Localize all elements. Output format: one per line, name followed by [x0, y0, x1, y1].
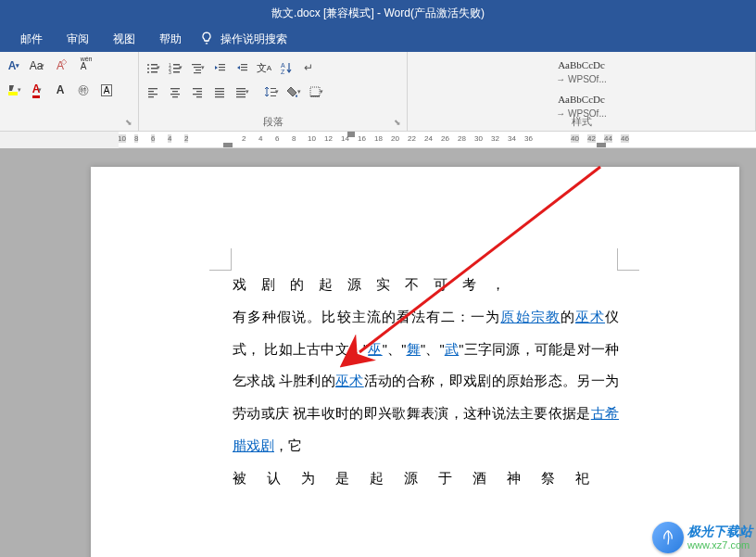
ruler-number: 26 — [441, 134, 449, 143]
hyperlink[interactable]: 舞 — [406, 342, 420, 357]
menu-tell-me[interactable]: 操作说明搜索 — [220, 28, 298, 51]
margin-corner-tr — [617, 248, 639, 271]
svg-rect-42 — [236, 91, 246, 92]
svg-rect-13 — [192, 64, 201, 65]
increase-indent-icon[interactable] — [232, 57, 252, 78]
clear-format-icon[interactable]: A◇ — [50, 56, 70, 76]
font-color-icon[interactable]: A▾ — [27, 80, 47, 100]
lightbulb-icon — [200, 32, 213, 47]
document-canvas[interactable]: 戏剧的起源实不可考， 有多种假说。比较主流的看法有二：一为原始宗教的巫术仪式， … — [0, 148, 756, 557]
text-run: 比如上古中文，" — [264, 342, 368, 357]
svg-rect-29 — [170, 88, 180, 89]
enclose-char-icon[interactable]: ㊕ — [73, 80, 94, 100]
character-border-icon[interactable]: A — [96, 80, 117, 100]
phonetic-guide-icon[interactable]: wénA — [73, 56, 94, 76]
text-run: 斗胜利的 — [279, 373, 335, 388]
shading-icon[interactable]: ▾ — [284, 82, 304, 102]
align-left-icon[interactable] — [143, 82, 163, 102]
menu-review[interactable]: 审阅 — [56, 28, 100, 51]
style-preview: AaBbCcDc — [558, 59, 605, 70]
hyperlink[interactable]: 巫术 — [335, 373, 364, 388]
title-bar: 散文.docx [兼容模式] - Word(产品激活失败) — [0, 0, 756, 26]
svg-rect-26 — [148, 91, 154, 92]
ruler-number: 6 — [275, 134, 279, 143]
page[interactable]: 戏剧的起源实不可考， 有多种假说。比较主流的看法有二：一为原始宗教的巫术仪式， … — [91, 167, 739, 557]
character-shading-icon[interactable]: A — [50, 80, 70, 100]
svg-rect-41 — [236, 88, 246, 89]
svg-rect-40 — [215, 96, 224, 97]
ruler-number: 12 — [324, 134, 333, 143]
text-run: 的 — [561, 310, 575, 324]
ruler-number: 22 — [408, 134, 416, 143]
sort-icon[interactable]: AZ — [276, 57, 296, 78]
borders-icon[interactable]: ▾ — [306, 82, 326, 102]
hyperlink[interactable]: 武 — [445, 342, 459, 357]
styles-group-label: 样式 — [408, 115, 755, 129]
text-line: 戏剧的起源实不可考， — [233, 269, 619, 301]
svg-rect-14 — [194, 67, 201, 68]
svg-rect-28 — [148, 96, 154, 97]
ruler-number: 8 — [134, 134, 138, 143]
text-run: 有多种假说。比较主流的看法有二：一为 — [233, 310, 500, 324]
svg-rect-31 — [170, 94, 180, 95]
line-spacing-icon[interactable]: ▾ — [261, 82, 282, 102]
svg-rect-36 — [196, 96, 202, 97]
window-title: 散文.docx [兼容模式] - Word(产品激活失败) — [271, 6, 485, 21]
watermark-title: 极光下载站 — [687, 525, 752, 538]
numbering-icon[interactable]: 123▾ — [165, 57, 185, 78]
ruler-number: 14 — [341, 134, 349, 143]
svg-rect-19 — [219, 70, 225, 70]
paragraph-group-launcher-icon[interactable]: ⬊ — [394, 118, 405, 129]
ruler-number: 4 — [258, 134, 262, 143]
svg-rect-30 — [172, 91, 178, 92]
ruler-number: 30 — [474, 134, 483, 143]
ruler-number: 32 — [491, 134, 499, 143]
svg-rect-44 — [236, 96, 246, 97]
ribbon-group-paragraph: ▾ 123▾ ▾ 文A AZ ↵ ▾ ▾ ▾ ▾ 段落 ⬊ — [139, 52, 408, 131]
distribute-icon[interactable]: ▾ — [232, 82, 252, 102]
ribbon-group-styles: AaBbCcDc→ WPSOf...AaBbCcDc→ WPSOf...AaBb… — [408, 52, 756, 131]
svg-rect-37 — [215, 88, 224, 89]
text-line: 被认为是起源于酒神祭祀 — [233, 462, 619, 495]
svg-rect-6 — [151, 71, 158, 73]
svg-rect-27 — [148, 94, 158, 95]
show-marks-icon[interactable]: ↵ — [298, 57, 319, 78]
style-gallery-item[interactable]: AaBbCcDc→ WPSOf... — [408, 55, 755, 89]
svg-point-3 — [147, 68, 149, 70]
align-center-icon[interactable] — [165, 82, 185, 102]
svg-rect-17 — [219, 64, 225, 65]
hyperlink[interactable]: 原始宗教 — [500, 310, 560, 324]
margin-corner-tl — [209, 248, 232, 271]
ruler-number: 36 — [524, 134, 533, 143]
ruler-number: 2 — [184, 134, 188, 143]
menu-view[interactable]: 视图 — [102, 28, 146, 51]
menu-help[interactable]: 帮助 — [148, 28, 193, 51]
font-group-launcher-icon[interactable]: ⬊ — [125, 118, 136, 129]
document-body[interactable]: 戏剧的起源实不可考， 有多种假说。比较主流的看法有二：一为原始宗教的巫术仪式， … — [233, 269, 619, 495]
bullets-icon[interactable]: ▾ — [143, 57, 163, 78]
svg-rect-16 — [194, 72, 201, 73]
change-case-icon[interactable]: Aa▾ — [27, 56, 47, 76]
hyperlink[interactable]: 巫 — [368, 342, 382, 357]
watermark-logo-icon — [652, 522, 684, 553]
svg-rect-35 — [193, 94, 202, 95]
menu-mail[interactable]: 邮件 — [9, 28, 54, 51]
multilevel-list-icon[interactable]: ▾ — [187, 57, 208, 78]
hyperlink[interactable]: 巫术 — [575, 310, 605, 324]
text-run: 祝丰收时的即兴歌舞表演，这种说法主要依据是 — [293, 406, 591, 421]
ruler-number: 20 — [391, 134, 399, 143]
ruler-number: 46 — [621, 134, 629, 143]
ruler-number: 44 — [604, 134, 612, 143]
align-right-icon[interactable] — [187, 82, 208, 102]
horizontal-ruler[interactable]: 1086422468101214161820222426283032343640… — [119, 132, 756, 148]
ruler-number: 18 — [374, 134, 383, 143]
font-size-down-icon[interactable]: A▾ — [4, 56, 24, 76]
decrease-indent-icon[interactable] — [209, 57, 230, 78]
svg-rect-34 — [196, 91, 202, 92]
ribbon-group-font: A▾ Aa▾ A◇ wénA ▾ A▾ A ㊕ A ⬊ — [0, 52, 139, 131]
ruler-number: 24 — [424, 134, 433, 143]
justify-icon[interactable] — [209, 82, 230, 102]
text-run: ，它 — [274, 438, 302, 453]
text-direction-icon[interactable]: 文A — [254, 57, 274, 78]
highlight-icon[interactable]: ▾ — [4, 80, 24, 100]
